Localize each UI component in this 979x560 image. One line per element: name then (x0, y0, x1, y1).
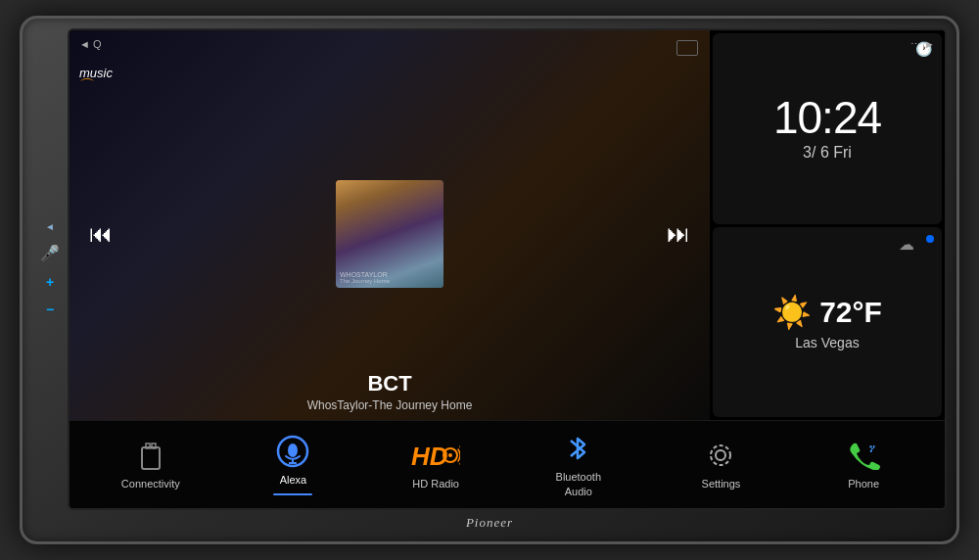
alexa-label: Alexa (280, 473, 307, 487)
weather-temperature: 72°F (819, 296, 882, 329)
svg-rect-2 (152, 443, 156, 448)
bluetooth-icon (565, 431, 592, 466)
back-button[interactable]: ◄ (45, 222, 55, 232)
connectivity-icon (138, 438, 163, 473)
amazon-music-logo: music ⌒ (79, 66, 113, 97)
nav-item-connectivity[interactable]: Connectivity (117, 438, 185, 490)
volume-down-button[interactable]: − (46, 303, 54, 316)
nav-item-bluetooth-audio[interactable]: BluetoothAudio (544, 431, 613, 498)
clock-date: 3/ 6 Fri (803, 144, 852, 162)
nav-item-alexa[interactable]: Alexa (258, 434, 327, 494)
phone-icon-container: 𝜸 (847, 438, 880, 473)
track-subtitle: WhosTaylor-The Journey Home (79, 398, 700, 412)
hdradio-icon: HD (411, 438, 460, 473)
track-info: BCT WhosTaylor-The Journey Home (70, 363, 710, 420)
volume-up-button[interactable]: + (46, 275, 54, 289)
alexa-icon (276, 434, 309, 469)
svg-point-9 (448, 453, 452, 457)
album-section: ⏮ WHOSTAYLOR The Journey Home ⏭ (70, 105, 710, 363)
svg-point-4 (288, 443, 298, 457)
clock-time: 10:24 (773, 95, 881, 140)
music-panel: music ⌒ ⏮ WHOSTAYLOR The Journey Home (70, 30, 710, 420)
car-stereo-device: ◄ 🎤 + − ◄ Q ⋯ ► mus (20, 16, 959, 544)
phone-label: Phone (848, 477, 879, 490)
weather-main: ☀️ 72°F (772, 294, 882, 331)
device-inner: ◄ 🎤 + − ◄ Q ⋯ ► mus (32, 28, 947, 510)
weather-location: Las Vegas (795, 335, 859, 350)
nav-item-settings[interactable]: Settings (686, 438, 755, 490)
prev-track-button[interactable]: ⏮ (89, 220, 113, 248)
svg-rect-0 (142, 447, 160, 469)
brand-name: Pioneer (466, 515, 513, 530)
menu-label: ⋯ ► (910, 38, 935, 51)
bluetooth-audio-label: BluetoothAudio (556, 470, 601, 498)
svg-point-10 (716, 450, 725, 460)
top-bar: ◄ Q ⋯ ► (70, 30, 945, 58)
settings-label: Settings (702, 477, 741, 490)
album-art: WHOSTAYLOR The Journey Home (336, 180, 443, 288)
next-track-button[interactable]: ⏭ (667, 220, 690, 248)
hdradio-label: HD Radio (412, 477, 459, 490)
track-title: BCT (79, 371, 700, 397)
svg-text:𝜸: 𝜸 (868, 442, 875, 453)
svg-point-11 (711, 445, 730, 465)
weather-widget: ☁ ☀️ 72°F Las Vegas (713, 227, 942, 418)
right-panel: 🕐 10:24 3/ 6 Fri ☁ ☀️ 72°F Las Vegas (710, 30, 945, 420)
settings-icon (706, 438, 735, 473)
nav-item-phone[interactable]: 𝜸 Phone (829, 438, 898, 490)
main-content: music ⌒ ⏮ WHOSTAYLOR The Journey Home (70, 30, 945, 420)
amazon-arrow-icon: ⌒ (79, 76, 95, 97)
brand-logo: Pioneer (466, 510, 513, 534)
nav-bar: Connectivity Alexa HD HD Radio (70, 420, 945, 508)
sun-icon: ☀️ (772, 294, 812, 331)
nav-item-hdradio[interactable]: HD HD Radio (401, 438, 470, 490)
cloud-icon: ☁ (899, 235, 914, 254)
album-art-text: WHOSTAYLOR The Journey Home (340, 271, 440, 284)
left-controls: ◄ 🎤 + − (32, 28, 68, 510)
back-label: ◄ Q (79, 38, 102, 50)
mic-button[interactable]: 🎤 (40, 246, 60, 261)
svg-rect-1 (146, 443, 150, 448)
weather-indicator-dot (926, 235, 934, 243)
main-screen: ◄ Q ⋯ ► music ⌒ (68, 28, 947, 510)
connectivity-label: Connectivity (121, 477, 180, 490)
clock-widget: 🕐 10:24 3/ 6 Fri (713, 33, 942, 224)
